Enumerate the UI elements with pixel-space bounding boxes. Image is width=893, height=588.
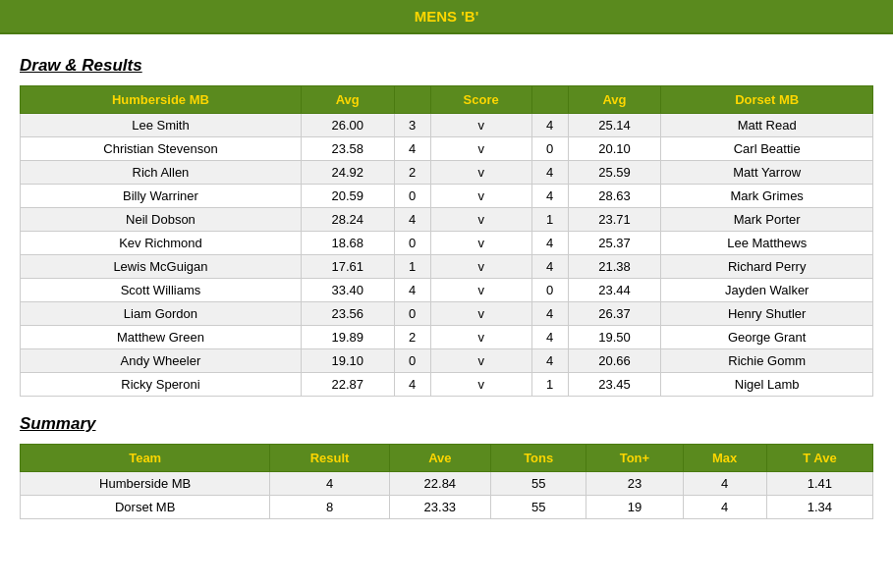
table-row: Scott Williams33.404v023.44Jayden Walker <box>21 279 873 302</box>
result-cell: 4 <box>270 472 389 496</box>
home-score-cell: 4 <box>394 137 430 161</box>
col-max: Max <box>683 445 766 472</box>
home-avg-cell: 19.10 <box>301 349 394 373</box>
tons-cell: 55 <box>491 496 586 519</box>
away-team-cell: George Grant <box>661 326 873 349</box>
away-team-cell: Mark Grimes <box>661 185 873 208</box>
col-ave: Ave <box>389 445 490 472</box>
summary-title: Summary <box>20 414 873 434</box>
col-away-team: Dorset MB <box>661 86 873 114</box>
team-cell: Humberside MB <box>21 472 270 496</box>
vs-cell: v <box>430 137 531 161</box>
away-team-cell: Richard Perry <box>661 255 873 279</box>
results-table: Humberside MB Avg Score Avg Dorset MB Le… <box>20 85 873 397</box>
away-score-cell: 1 <box>531 208 568 232</box>
ave-cell: 22.84 <box>389 472 490 496</box>
col-tons: Tons <box>491 445 586 472</box>
away-avg-cell: 19.50 <box>568 326 661 349</box>
vs-cell: v <box>430 255 531 279</box>
col-team: Team <box>21 445 270 472</box>
result-cell: 8 <box>270 496 389 519</box>
t-ave-cell: 1.34 <box>766 496 872 519</box>
away-team-cell: Carl Beattie <box>661 137 873 161</box>
home-score-cell: 1 <box>394 255 430 279</box>
vs-cell: v <box>430 161 531 185</box>
home-score-cell: 4 <box>394 279 430 302</box>
table-row: Lee Smith26.003v425.14Matt Read <box>21 114 873 137</box>
vs-cell: v <box>430 208 531 232</box>
draw-results-section: Draw & Results Humberside MB Avg Score A… <box>20 56 873 397</box>
home-avg-cell: 22.87 <box>301 373 394 397</box>
home-avg-cell: 17.61 <box>301 255 394 279</box>
max-cell: 4 <box>683 496 766 519</box>
ton-plus-cell: 19 <box>586 496 683 519</box>
team-cell: Dorset MB <box>21 496 270 519</box>
col-away-score <box>531 86 568 114</box>
home-score-cell: 4 <box>394 373 430 397</box>
home-score-cell: 2 <box>394 326 430 349</box>
home-score-cell: 0 <box>394 185 430 208</box>
home-team-cell: Andy Wheeler <box>21 349 302 373</box>
away-avg-cell: 23.44 <box>568 279 661 302</box>
results-table-header-row: Humberside MB Avg Score Avg Dorset MB <box>21 86 873 114</box>
ton-plus-cell: 23 <box>586 472 683 496</box>
away-avg-cell: 20.66 <box>568 349 661 373</box>
summary-table-header-row: Team Result Ave Tons Ton+ Max T Ave <box>21 445 873 472</box>
away-team-cell: Jayden Walker <box>661 279 873 302</box>
home-avg-cell: 20.59 <box>301 185 394 208</box>
away-team-cell: Matt Yarrow <box>661 161 873 185</box>
table-row: Humberside MB422.84552341.41 <box>21 472 873 496</box>
away-score-cell: 1 <box>531 373 568 397</box>
t-ave-cell: 1.41 <box>766 472 872 496</box>
away-avg-cell: 25.14 <box>568 114 661 137</box>
home-avg-cell: 18.68 <box>301 232 394 255</box>
away-team-cell: Lee Matthews <box>661 232 873 255</box>
away-score-cell: 4 <box>531 185 568 208</box>
home-team-cell: Lewis McGuigan <box>21 255 302 279</box>
vs-cell: v <box>430 373 531 397</box>
home-team-cell: Scott Williams <box>21 279 302 302</box>
away-avg-cell: 23.71 <box>568 208 661 232</box>
col-home-avg: Avg <box>301 86 394 114</box>
vs-cell: v <box>430 302 531 326</box>
table-row: Kev Richmond18.680v425.37Lee Matthews <box>21 232 873 255</box>
table-row: Ricky Speroni22.874v123.45Nigel Lamb <box>21 373 873 397</box>
away-score-cell: 4 <box>531 302 568 326</box>
home-team-cell: Neil Dobson <box>21 208 302 232</box>
max-cell: 4 <box>683 472 766 496</box>
draw-results-title: Draw & Results <box>20 56 873 76</box>
table-row: Billy Warriner20.590v428.63Mark Grimes <box>21 185 873 208</box>
vs-cell: v <box>430 349 531 373</box>
home-score-cell: 0 <box>394 349 430 373</box>
table-row: Rich Allen24.922v425.59Matt Yarrow <box>21 161 873 185</box>
ave-cell: 23.33 <box>389 496 490 519</box>
vs-cell: v <box>430 279 531 302</box>
home-score-cell: 0 <box>394 302 430 326</box>
home-avg-cell: 26.00 <box>301 114 394 137</box>
home-score-cell: 4 <box>394 208 430 232</box>
home-team-cell: Rich Allen <box>21 161 302 185</box>
page-title-bar: MENS 'B' <box>0 0 893 34</box>
vs-cell: v <box>430 326 531 349</box>
home-team-cell: Billy Warriner <box>21 185 302 208</box>
col-t-ave: T Ave <box>766 445 872 472</box>
table-row: Liam Gordon23.560v426.37Henry Shutler <box>21 302 873 326</box>
away-team-cell: Henry Shutler <box>661 302 873 326</box>
table-row: Dorset MB823.33551941.34 <box>21 496 873 519</box>
home-avg-cell: 28.24 <box>301 208 394 232</box>
home-avg-cell: 33.40 <box>301 279 394 302</box>
home-team-cell: Ricky Speroni <box>21 373 302 397</box>
home-team-cell: Kev Richmond <box>21 232 302 255</box>
away-avg-cell: 21.38 <box>568 255 661 279</box>
away-team-cell: Matt Read <box>661 114 873 137</box>
table-row: Lewis McGuigan17.611v421.38Richard Perry <box>21 255 873 279</box>
col-home-team: Humberside MB <box>21 86 302 114</box>
home-avg-cell: 23.56 <box>301 302 394 326</box>
away-avg-cell: 25.37 <box>568 232 661 255</box>
tons-cell: 55 <box>491 472 586 496</box>
away-score-cell: 4 <box>531 326 568 349</box>
away-team-cell: Richie Gomm <box>661 349 873 373</box>
col-result: Result <box>270 445 389 472</box>
vs-cell: v <box>430 114 531 137</box>
away-score-cell: 0 <box>531 279 568 302</box>
